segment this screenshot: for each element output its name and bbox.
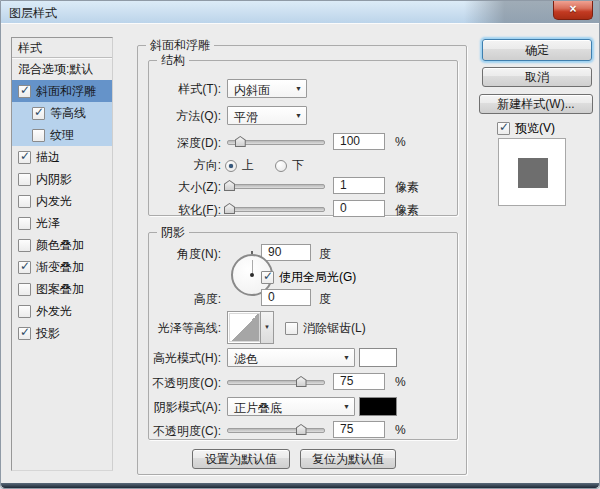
list-item[interactable]: ✓ 描边 <box>12 146 112 168</box>
chevron-down-icon: ▼ <box>295 112 302 119</box>
effect-label: 描边 <box>36 149 60 166</box>
effect-checkbox[interactable]: ✓ <box>18 283 31 296</box>
direction-up-label: 上 <box>242 157 254 174</box>
soften-unit: 像素 <box>395 202 419 219</box>
size-label: 大小(Z): <box>178 179 221 196</box>
angle-input[interactable]: 90 <box>261 244 311 261</box>
highlight-opacity-row: 不透明度(O): 75 % <box>149 373 457 393</box>
shadow-opacity-slider[interactable] <box>227 424 325 437</box>
effect-checkbox[interactable]: ✓ <box>32 129 45 142</box>
shadow-opacity-input[interactable]: 75 <box>333 421 385 438</box>
soften-input[interactable]: 0 <box>333 200 385 217</box>
effect-label: 图案叠加 <box>36 281 84 298</box>
close-button[interactable]: × <box>553 1 593 20</box>
highlight-color-swatch[interactable] <box>359 348 397 367</box>
slider-thumb[interactable] <box>296 376 307 387</box>
global-light-option[interactable]: ✓ 使用全局光(G) <box>261 269 356 286</box>
bevel-emboss-title: 斜面和浮雕 <box>146 38 214 52</box>
list-item[interactable]: ✓ 内阴影 <box>12 168 112 190</box>
size-input[interactable]: 1 <box>333 177 385 194</box>
style-select[interactable]: 内斜面 ▼ <box>227 79 307 98</box>
radio-icon[interactable] <box>275 160 287 172</box>
slider-thumb[interactable] <box>224 180 235 191</box>
gloss-contour-picker[interactable]: ▼ <box>227 311 274 344</box>
preview-checkbox[interactable]: ✓ <box>497 122 510 135</box>
effect-checkbox[interactable]: ✓ <box>18 305 31 318</box>
shading-group: 阴影 角度(N): 90 度 ✓ 使用全局光(G) 高度: <box>148 232 458 440</box>
ok-button[interactable]: 确定 <box>482 39 592 61</box>
anti-alias-option[interactable]: ✓ 消除锯齿(L) <box>285 320 366 337</box>
depth-slider[interactable] <box>227 136 325 149</box>
highlight-mode-value: 滤色 <box>234 351 258 368</box>
soften-row: 软化(F): 0 像素 <box>149 200 457 220</box>
slider-track <box>227 184 325 189</box>
list-item[interactable]: ✓ 等高线 <box>12 102 112 124</box>
slider-track <box>227 207 325 212</box>
effect-checkbox[interactable]: ✓ <box>32 107 45 120</box>
shadow-opacity-row: 不透明度(C): 75 % <box>149 421 457 441</box>
contour-dropdown-button[interactable]: ▼ <box>260 312 273 343</box>
effect-checkbox[interactable]: ✓ <box>18 195 31 208</box>
check-icon: ✓ <box>263 269 273 283</box>
check-icon: ✓ <box>20 259 30 273</box>
list-item[interactable]: ✓ 颜色叠加 <box>12 234 112 256</box>
list-item[interactable]: ✓ 图案叠加 <box>12 278 112 300</box>
anti-alias-checkbox[interactable]: ✓ <box>285 322 298 335</box>
slider-thumb[interactable] <box>296 424 307 435</box>
effect-label: 纹理 <box>50 127 74 144</box>
new-style-button[interactable]: 新建样式(W)... <box>479 94 593 114</box>
effect-checkbox[interactable]: ✓ <box>18 239 31 252</box>
technique-select[interactable]: 平滑 ▼ <box>227 106 307 125</box>
depth-input[interactable]: 100 <box>333 133 385 150</box>
effect-checkbox[interactable]: ✓ <box>18 327 31 340</box>
list-item[interactable]: ✓ 外发光 <box>12 300 112 322</box>
highlight-mode-select[interactable]: 滤色 ▼ <box>227 348 355 367</box>
direction-down-option[interactable]: 下 <box>275 157 304 174</box>
list-item[interactable]: ✓ 斜面和浮雕 <box>12 80 112 102</box>
global-light-checkbox[interactable]: ✓ <box>261 271 274 284</box>
preview-option[interactable]: ✓ 预览(V) <box>497 120 555 137</box>
highlight-opacity-slider[interactable] <box>227 376 325 389</box>
radio-icon[interactable] <box>225 160 237 172</box>
structure-group: 结构 样式(T): 内斜面 ▼ 方法(Q): 平滑 ▼ 深度 <box>148 60 458 216</box>
highlight-opacity-input[interactable]: 75 <box>333 373 385 390</box>
effect-checkbox[interactable]: ✓ <box>18 173 31 186</box>
preview-square <box>518 158 548 188</box>
list-item[interactable]: ✓ 内发光 <box>12 190 112 212</box>
title-bar[interactable]: 图层样式 × <box>1 1 599 23</box>
slider-thumb[interactable] <box>224 203 235 214</box>
effect-checkbox[interactable]: ✓ <box>18 217 31 230</box>
list-item[interactable]: ✓ 投影 <box>12 322 112 344</box>
list-item[interactable]: ✓ 渐变叠加 <box>12 256 112 278</box>
global-light-label: 使用全局光(G) <box>279 269 356 286</box>
direction-up-option[interactable]: 上 <box>225 157 254 174</box>
chevron-down-icon: ▼ <box>343 403 350 410</box>
angle-label: 角度(N): <box>177 246 221 263</box>
size-slider[interactable] <box>227 180 325 193</box>
size-row: 大小(Z): 1 像素 <box>149 177 457 197</box>
angle-unit: 度 <box>319 246 331 263</box>
effect-label: 混合选项:默认 <box>18 61 93 78</box>
dialog-body: 样式 混合选项:默认 ✓ 斜面和浮雕 ✓ 等高线 ✓ 纹理 ✓ 描边 ✓ 内阴影… <box>1 23 599 488</box>
shadow-mode-select[interactable]: 正片叠底 ▼ <box>227 397 355 416</box>
shadow-color-swatch[interactable] <box>359 397 397 416</box>
list-item[interactable]: ✓ 光泽 <box>12 212 112 234</box>
window-bottom-edge <box>1 483 599 488</box>
altitude-label: 高度: <box>194 291 221 308</box>
effect-label: 颜色叠加 <box>36 237 84 254</box>
soften-label: 软化(F): <box>178 202 221 219</box>
effect-checkbox[interactable]: ✓ <box>18 85 31 98</box>
effect-label: 外发光 <box>36 303 72 320</box>
cancel-button[interactable]: 取消 <box>482 67 592 87</box>
list-item[interactable]: ✓ 纹理 <box>12 124 112 146</box>
reset-default-button[interactable]: 复位为默认值 <box>300 449 396 469</box>
list-item[interactable]: 混合选项:默认 <box>12 58 112 80</box>
soften-slider[interactable] <box>227 203 325 216</box>
slider-thumb[interactable] <box>235 136 246 147</box>
effect-label: 斜面和浮雕 <box>36 83 96 100</box>
effect-checkbox[interactable]: ✓ <box>18 261 31 274</box>
altitude-input[interactable]: 0 <box>261 289 311 306</box>
set-default-button[interactable]: 设置为默认值 <box>192 449 290 469</box>
effect-checkbox[interactable]: ✓ <box>18 151 31 164</box>
check-icon: ✓ <box>499 120 509 134</box>
